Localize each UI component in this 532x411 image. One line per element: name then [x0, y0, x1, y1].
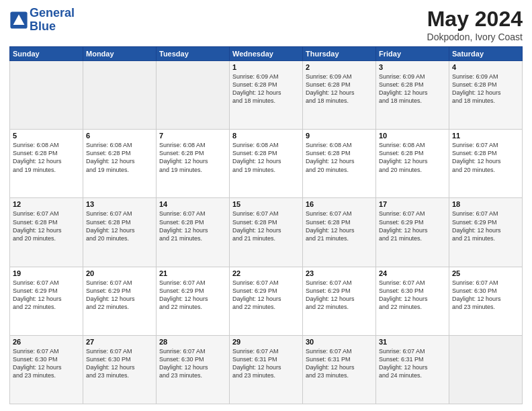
calendar-cell: 18Sunrise: 6:07 AM Sunset: 6:29 PM Dayli…: [449, 198, 523, 267]
day-info: Sunrise: 6:08 AM Sunset: 6:28 PM Dayligh…: [232, 141, 300, 174]
day-info: Sunrise: 6:07 AM Sunset: 6:29 PM Dayligh…: [232, 279, 300, 312]
day-info: Sunrise: 6:07 AM Sunset: 6:28 PM Dayligh…: [13, 210, 80, 242]
calendar-cell: 24Sunrise: 6:07 AM Sunset: 6:30 PM Dayli…: [376, 267, 449, 335]
day-info: Sunrise: 6:08 AM Sunset: 6:28 PM Dayligh…: [306, 141, 373, 174]
calendar-cell: 22Sunrise: 6:07 AM Sunset: 6:29 PM Dayli…: [230, 267, 303, 335]
logo-text: General Blue: [30, 7, 75, 34]
calendar-cell: 3Sunrise: 6:09 AM Sunset: 6:28 PM Daylig…: [376, 61, 449, 130]
day-info: Sunrise: 6:09 AM Sunset: 6:28 PM Dayligh…: [232, 73, 300, 105]
day-number: 14: [159, 200, 226, 208]
day-info: Sunrise: 6:07 AM Sunset: 6:28 PM Dayligh…: [306, 210, 373, 242]
calendar-cell: 6Sunrise: 6:08 AM Sunset: 6:28 PM Daylig…: [83, 130, 157, 198]
day-info: Sunrise: 6:09 AM Sunset: 6:28 PM Dayligh…: [452, 73, 519, 105]
day-number: 8: [232, 132, 300, 140]
day-number: 12: [13, 200, 80, 208]
calendar-cell: 25Sunrise: 6:07 AM Sunset: 6:30 PM Dayli…: [449, 267, 523, 335]
calendar-cell: 19Sunrise: 6:07 AM Sunset: 6:29 PM Dayli…: [10, 267, 83, 335]
day-number: 31: [379, 338, 446, 346]
header: General Blue May 2024 Dokpodon, Ivory Co…: [9, 7, 523, 42]
day-info: Sunrise: 6:07 AM Sunset: 6:29 PM Dayligh…: [13, 279, 80, 312]
calendar-cell: 17Sunrise: 6:07 AM Sunset: 6:29 PM Dayli…: [376, 198, 449, 267]
calendar-cell: 2Sunrise: 6:09 AM Sunset: 6:28 PM Daylig…: [303, 61, 376, 130]
day-number: 4: [452, 63, 519, 71]
day-info: Sunrise: 6:09 AM Sunset: 6:28 PM Dayligh…: [379, 73, 446, 105]
calendar-cell: 11Sunrise: 6:07 AM Sunset: 6:28 PM Dayli…: [449, 130, 523, 198]
calendar-cell: 8Sunrise: 6:08 AM Sunset: 6:28 PM Daylig…: [230, 130, 303, 198]
calendar-week-row: 26Sunrise: 6:07 AM Sunset: 6:30 PM Dayli…: [10, 335, 523, 404]
weekday-header: Saturday: [449, 47, 523, 61]
day-info: Sunrise: 6:07 AM Sunset: 6:28 PM Dayligh…: [86, 210, 153, 242]
calendar-cell: 13Sunrise: 6:07 AM Sunset: 6:28 PM Dayli…: [83, 198, 157, 267]
day-info: Sunrise: 6:07 AM Sunset: 6:30 PM Dayligh…: [379, 279, 446, 312]
day-info: Sunrise: 6:07 AM Sunset: 6:28 PM Dayligh…: [159, 210, 226, 242]
calendar-cell: 20Sunrise: 6:07 AM Sunset: 6:29 PM Dayli…: [83, 267, 157, 335]
day-number: 23: [306, 269, 373, 277]
calendar-cell: 7Sunrise: 6:08 AM Sunset: 6:28 PM Daylig…: [157, 130, 230, 198]
day-info: Sunrise: 6:07 AM Sunset: 6:29 PM Dayligh…: [306, 279, 373, 312]
calendar-cell: [83, 61, 157, 130]
day-info: Sunrise: 6:08 AM Sunset: 6:28 PM Dayligh…: [379, 141, 446, 174]
calendar-cell: 1Sunrise: 6:09 AM Sunset: 6:28 PM Daylig…: [230, 61, 303, 130]
day-info: Sunrise: 6:09 AM Sunset: 6:28 PM Dayligh…: [306, 73, 373, 105]
calendar-cell: 21Sunrise: 6:07 AM Sunset: 6:29 PM Dayli…: [157, 267, 230, 335]
calendar-cell: [157, 61, 230, 130]
day-number: 30: [306, 338, 373, 346]
calendar-cell: 16Sunrise: 6:07 AM Sunset: 6:28 PM Dayli…: [303, 198, 376, 267]
calendar-cell: [449, 335, 523, 404]
calendar-cell: 30Sunrise: 6:07 AM Sunset: 6:31 PM Dayli…: [303, 335, 376, 404]
calendar-cell: 23Sunrise: 6:07 AM Sunset: 6:29 PM Dayli…: [303, 267, 376, 335]
calendar-cell: 12Sunrise: 6:07 AM Sunset: 6:28 PM Dayli…: [10, 198, 83, 267]
day-number: 2: [306, 63, 373, 71]
calendar-week-row: 12Sunrise: 6:07 AM Sunset: 6:28 PM Dayli…: [10, 198, 523, 267]
day-number: 5: [13, 132, 80, 140]
day-number: 11: [452, 132, 519, 140]
day-number: 26: [13, 338, 80, 346]
calendar-cell: 31Sunrise: 6:07 AM Sunset: 6:31 PM Dayli…: [376, 335, 449, 404]
day-info: Sunrise: 6:07 AM Sunset: 6:29 PM Dayligh…: [159, 279, 226, 312]
day-info: Sunrise: 6:08 AM Sunset: 6:28 PM Dayligh…: [86, 141, 153, 174]
day-info: Sunrise: 6:07 AM Sunset: 6:30 PM Dayligh…: [452, 279, 519, 312]
day-info: Sunrise: 6:07 AM Sunset: 6:28 PM Dayligh…: [452, 141, 519, 174]
calendar-week-row: 1Sunrise: 6:09 AM Sunset: 6:28 PM Daylig…: [10, 61, 523, 130]
day-number: 9: [306, 132, 373, 140]
day-number: 25: [452, 269, 519, 277]
title-block: May 2024 Dokpodon, Ivory Coast: [427, 7, 523, 42]
calendar-cell: 5Sunrise: 6:08 AM Sunset: 6:28 PM Daylig…: [10, 130, 83, 198]
day-number: 10: [379, 132, 446, 140]
day-number: 3: [379, 63, 446, 71]
page: General Blue May 2024 Dokpodon, Ivory Co…: [0, 0, 532, 411]
day-number: 16: [306, 200, 373, 208]
day-info: Sunrise: 6:07 AM Sunset: 6:31 PM Dayligh…: [232, 347, 300, 380]
day-info: Sunrise: 6:07 AM Sunset: 6:30 PM Dayligh…: [159, 347, 226, 380]
day-number: 6: [86, 132, 153, 140]
day-info: Sunrise: 6:07 AM Sunset: 6:29 PM Dayligh…: [86, 279, 153, 312]
calendar-cell: 29Sunrise: 6:07 AM Sunset: 6:31 PM Dayli…: [230, 335, 303, 404]
logo-icon: [9, 11, 28, 30]
day-info: Sunrise: 6:08 AM Sunset: 6:28 PM Dayligh…: [13, 141, 80, 174]
day-number: 1: [232, 63, 300, 71]
calendar-cell: 27Sunrise: 6:07 AM Sunset: 6:30 PM Dayli…: [83, 335, 157, 404]
day-info: Sunrise: 6:07 AM Sunset: 6:30 PM Dayligh…: [86, 347, 153, 380]
day-number: 13: [86, 200, 153, 208]
weekday-header: Friday: [376, 47, 449, 61]
logo: General Blue: [9, 7, 75, 34]
day-info: Sunrise: 6:07 AM Sunset: 6:30 PM Dayligh…: [13, 347, 80, 380]
logo-line2: Blue: [30, 20, 75, 34]
day-number: 7: [159, 132, 226, 140]
day-number: 29: [232, 338, 300, 346]
day-number: 20: [86, 269, 153, 277]
day-number: 15: [232, 200, 300, 208]
month-year: May 2024: [427, 7, 523, 32]
calendar-cell: 14Sunrise: 6:07 AM Sunset: 6:28 PM Dayli…: [157, 198, 230, 267]
day-number: 24: [379, 269, 446, 277]
calendar-week-row: 5Sunrise: 6:08 AM Sunset: 6:28 PM Daylig…: [10, 130, 523, 198]
calendar: SundayMondayTuesdayWednesdayThursdayFrid…: [9, 46, 523, 404]
calendar-cell: 28Sunrise: 6:07 AM Sunset: 6:30 PM Dayli…: [157, 335, 230, 404]
weekday-header: Monday: [83, 47, 157, 61]
weekday-header-row: SundayMondayTuesdayWednesdayThursdayFrid…: [10, 47, 523, 61]
day-number: 21: [159, 269, 226, 277]
day-number: 17: [379, 200, 446, 208]
day-number: 19: [13, 269, 80, 277]
location: Dokpodon, Ivory Coast: [427, 32, 523, 42]
calendar-cell: [10, 61, 83, 130]
